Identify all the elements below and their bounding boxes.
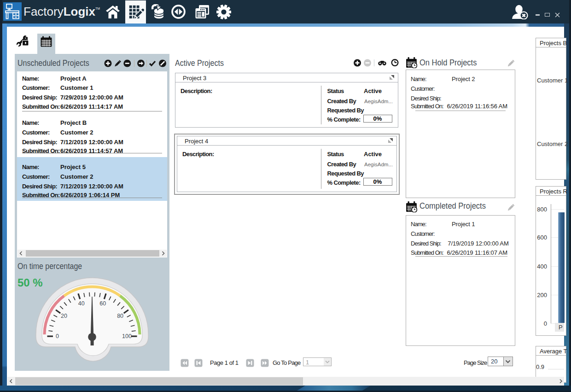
svg-text:0: 0: [56, 333, 59, 339]
svg-text:80: 80: [117, 313, 123, 319]
svg-text:100: 100: [122, 333, 132, 339]
svg-text:20: 20: [61, 313, 67, 319]
svg-text:40: 40: [78, 300, 85, 307]
svg-text:60: 60: [99, 300, 106, 307]
